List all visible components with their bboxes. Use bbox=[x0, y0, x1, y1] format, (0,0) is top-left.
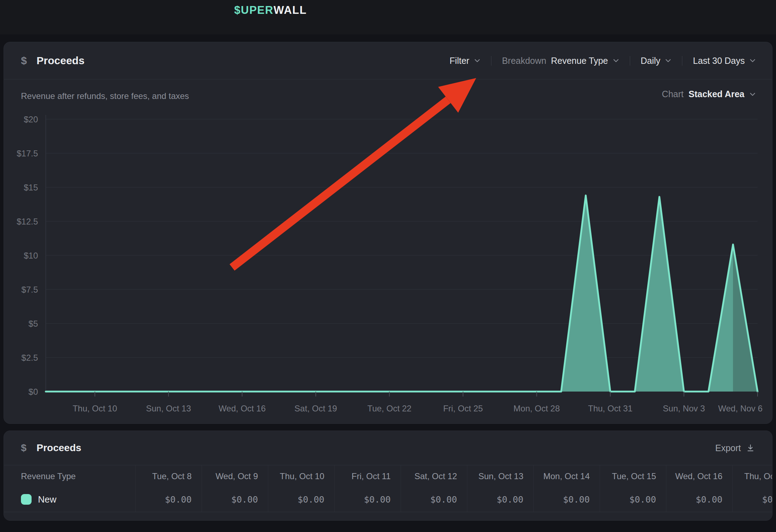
proceeds-table-card: $ Proceeds Export Revenue TypeTue, Oct 8… bbox=[4, 431, 772, 521]
column-header-date: Thu, Oct 10 bbox=[268, 465, 334, 487]
column-header-date: Mon, Oct 14 bbox=[533, 465, 600, 487]
series-swatch bbox=[21, 494, 32, 505]
download-icon bbox=[746, 443, 755, 453]
svg-text:Tue, Oct 22: Tue, Oct 22 bbox=[367, 404, 412, 413]
proceeds-chart-card: $ Proceeds Filter Breakdown Revenue Type… bbox=[4, 42, 772, 424]
table-bottom-divider bbox=[4, 512, 772, 512]
svg-text:Thu, Oct 10: Thu, Oct 10 bbox=[73, 404, 117, 413]
svg-text:$20: $20 bbox=[24, 115, 38, 124]
svg-text:Wed, Oct 16: Wed, Oct 16 bbox=[219, 404, 266, 413]
table-card-title: Proceeds bbox=[37, 431, 81, 465]
app-logo[interactable]: $UPERWALL bbox=[234, 0, 307, 21]
series-name: New bbox=[38, 494, 56, 505]
svg-text:$5: $5 bbox=[28, 319, 38, 328]
table-card-header: $ Proceeds Export bbox=[4, 431, 772, 465]
column-header-date: Fri, Oct 11 bbox=[334, 465, 401, 487]
column-header-date: Thu, Oct 17 bbox=[732, 465, 772, 487]
column-header-date: Wed, Oct 16 bbox=[666, 465, 732, 487]
svg-text:$2.5: $2.5 bbox=[21, 353, 38, 362]
table-row: New$0.00$0.00$0.00$0.00$0.00$0.00$0.00$0… bbox=[4, 487, 772, 512]
svg-text:Fri, Oct 25: Fri, Oct 25 bbox=[443, 404, 483, 413]
table-value-cell: $0.00 bbox=[666, 487, 732, 512]
table-value-cell: $0.00 bbox=[467, 487, 533, 512]
column-header-revenue-type: Revenue Type bbox=[4, 465, 135, 487]
series-legend-cell[interactable]: New bbox=[4, 487, 135, 512]
svg-text:Sun, Nov 3: Sun, Nov 3 bbox=[663, 404, 705, 413]
svg-text:Sun, Oct 13: Sun, Oct 13 bbox=[146, 404, 191, 413]
column-header-date: Tue, Oct 15 bbox=[600, 465, 666, 487]
column-header-date: Tue, Oct 8 bbox=[135, 465, 202, 487]
proceeds-stacked-area-chart[interactable]: Thu, Oct 10Sun, Oct 13Wed, Oct 16Sat, Oc… bbox=[4, 42, 772, 423]
dollar-icon: $ bbox=[21, 431, 27, 465]
svg-text:Wed, Nov 6: Wed, Nov 6 bbox=[718, 404, 763, 413]
column-header-date: Sat, Oct 12 bbox=[401, 465, 467, 487]
svg-text:Sat, Oct 19: Sat, Oct 19 bbox=[295, 404, 337, 413]
svg-text:Mon, Oct 28: Mon, Oct 28 bbox=[513, 404, 560, 413]
table-value-cell: $0.00 bbox=[533, 487, 600, 512]
table-value-cell: $0.00 bbox=[600, 487, 666, 512]
column-header-date: Wed, Oct 9 bbox=[202, 465, 268, 487]
export-label: Export bbox=[715, 443, 741, 453]
table-value-cell: $0.00 bbox=[732, 487, 772, 512]
svg-text:$12.5: $12.5 bbox=[17, 217, 38, 226]
table-value-cell: $0.00 bbox=[268, 487, 334, 512]
svg-text:$17.5: $17.5 bbox=[17, 149, 38, 158]
table-header-row: Revenue TypeTue, Oct 8Wed, Oct 9Thu, Oct… bbox=[4, 465, 772, 487]
svg-text:$0: $0 bbox=[28, 387, 38, 397]
table-value-cell: $0.00 bbox=[135, 487, 202, 512]
column-header-date: Sun, Oct 13 bbox=[467, 465, 533, 487]
app-logo-teal: $UPER bbox=[234, 4, 274, 17]
svg-text:$15: $15 bbox=[24, 183, 38, 192]
topbar: $UPERWALL bbox=[0, 0, 776, 34]
dashboard-page: $UPERWALL $ Proceeds Filter Breakdown Re… bbox=[0, 0, 776, 532]
svg-text:Thu, Oct 31: Thu, Oct 31 bbox=[588, 404, 632, 413]
table-value-cell: $0.00 bbox=[202, 487, 268, 512]
export-button[interactable]: Export bbox=[715, 431, 755, 465]
svg-text:$7.5: $7.5 bbox=[21, 285, 38, 294]
table-value-cell: $0.00 bbox=[334, 487, 401, 512]
svg-text:$10: $10 bbox=[24, 251, 38, 260]
app-logo-white: WALL bbox=[274, 4, 307, 17]
table-value-cell: $0.00 bbox=[401, 487, 467, 512]
